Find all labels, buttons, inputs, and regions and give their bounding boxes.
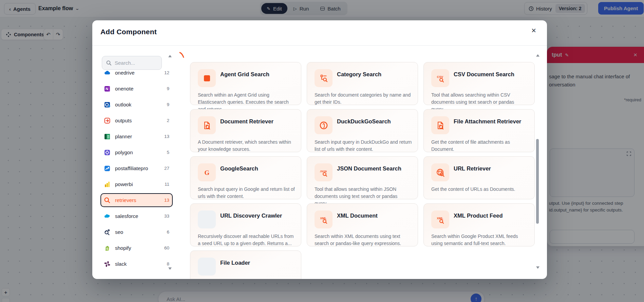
modal-close-icon[interactable]: × xyxy=(531,26,536,35)
component-card[interactable]: Document RetrieverA Document retriever, … xyxy=(190,109,301,152)
xml-search-icon: XML xyxy=(431,210,449,228)
category-label: powerbi xyxy=(115,181,133,187)
sidebar-item-onedrive[interactable]: onedrive12 xyxy=(100,70,173,81)
duckduckgo-icon xyxy=(315,116,333,134)
component-description: Recursively discover all reachable URLs … xyxy=(198,233,296,247)
category-count: 5 xyxy=(167,150,169,155)
component-title: Document Retriever xyxy=(220,118,273,125)
category-label: slack xyxy=(115,261,127,267)
grid-scroll-up-button[interactable] xyxy=(536,54,539,57)
slack-icon xyxy=(104,261,111,267)
search-icon xyxy=(106,60,112,66)
grid-scrollbar-thumb[interactable] xyxy=(536,139,539,224)
svg-text:G: G xyxy=(204,169,209,176)
component-card[interactable]: CSVCSV Document SearchTool that allows s… xyxy=(423,62,535,105)
category-count: 8 xyxy=(167,261,169,266)
component-card[interactable]: Agent Grid SearchSearch within an Agent … xyxy=(190,62,301,105)
component-card[interactable]: File Attachment RetrieverGet the content… xyxy=(423,109,535,152)
polygon-icon xyxy=(104,149,111,156)
sidebar-item-retrievers[interactable]: retrievers13 xyxy=(100,193,173,207)
sidebar-item-slack[interactable]: slack8 xyxy=(100,256,173,269)
sidebar-item-onenote[interactable]: Nonenote9 xyxy=(100,81,173,97)
sidebar-item-seo[interactable]: seo6 xyxy=(100,224,173,240)
category-label: retrievers xyxy=(115,197,136,203)
category-label: outlook xyxy=(115,102,131,107)
category-count: 13 xyxy=(164,134,169,139)
component-title: File Loader xyxy=(220,260,250,266)
sidebar-item-planner[interactable]: planner13 xyxy=(100,128,173,144)
category-label: shopify xyxy=(115,245,131,251)
category-search-icon xyxy=(315,69,333,87)
component-description: Search for document categories by name a… xyxy=(315,92,412,106)
category-count: 13 xyxy=(164,198,169,203)
category-label: outputs xyxy=(115,118,132,123)
component-card[interactable]: URL RetrieverGet the content of URLs as … xyxy=(423,156,535,199)
component-title: File Attachment Retriever xyxy=(454,118,521,125)
outputs-icon xyxy=(104,117,111,124)
category-label: salesforce xyxy=(115,213,138,219)
google-icon: G xyxy=(198,163,216,181)
sidebar-item-shopify[interactable]: Sshopify60 xyxy=(100,240,173,256)
component-description: Search within Google Product XML feeds u… xyxy=(431,233,529,247)
csv-search-icon: CSV xyxy=(431,69,449,87)
modal-title: Add Component xyxy=(100,28,157,36)
category-count: 9 xyxy=(167,86,169,91)
salesforce-icon xyxy=(104,213,111,220)
component-card[interactable]: DuckDuckGoSearchSearch input query in Du… xyxy=(307,109,418,152)
component-card[interactable]: URL Discovery CrawlerRecursively discove… xyxy=(190,203,301,246)
component-search-input[interactable]: Search... xyxy=(102,56,162,70)
component-card[interactable]: XMLXML Product FeedSearch within Google … xyxy=(423,203,535,246)
add-component-modal: Add Component × Search... onedrive12None… xyxy=(92,20,547,279)
component-title: CSV Document Search xyxy=(454,71,514,78)
sidebar-item-polygon[interactable]: polygon5 xyxy=(100,144,173,160)
category-label: polygon xyxy=(115,149,133,155)
onenote-icon: N xyxy=(104,85,111,92)
component-description: Search input query in DuckDuckGo and ret… xyxy=(315,139,412,153)
agent-grid-icon xyxy=(198,69,216,87)
search-placeholder: Search... xyxy=(115,60,135,66)
sidebar-item-outlook[interactable]: outlook9 xyxy=(100,97,173,113)
svg-text:JSON: JSON xyxy=(320,169,326,173)
sidebar-item-postaffiliatepro[interactable]: postaffiliatepro27 xyxy=(100,160,173,176)
shopify-icon: S xyxy=(104,245,111,251)
component-card[interactable]: XMLXML DocumentSearch within XML documen… xyxy=(307,203,418,246)
powerbi-icon xyxy=(104,181,111,188)
empty-icon xyxy=(198,210,216,228)
empty-icon xyxy=(198,258,216,276)
svg-text:N: N xyxy=(106,87,108,91)
component-title: JSON Document Search xyxy=(337,165,401,172)
sidebar-scroll-up-button[interactable] xyxy=(168,55,172,57)
category-count: 9 xyxy=(167,102,169,107)
component-card[interactable]: File Loader xyxy=(190,250,301,279)
category-count: 33 xyxy=(164,214,169,219)
postaffiliatepro-icon xyxy=(104,165,111,172)
component-card[interactable]: Category SearchSearch for document categ… xyxy=(307,62,418,105)
seo-icon xyxy=(104,229,111,236)
category-label: onenote xyxy=(115,86,133,92)
retrievers-icon xyxy=(104,197,111,204)
component-card[interactable]: GGoogleSearchSearch input query in Googl… xyxy=(190,156,301,199)
category-count: 12 xyxy=(164,70,169,75)
sidebar-item-outputs[interactable]: outputs2 xyxy=(100,113,173,128)
component-description: Get the content of file attachments as D… xyxy=(431,139,529,153)
sidebar-item-salesforce[interactable]: salesforce33 xyxy=(100,208,173,224)
category-label: postaffiliatepro xyxy=(115,165,148,171)
sidebar-item-powerbi[interactable]: powerbi11 xyxy=(100,176,173,192)
svg-text:S: S xyxy=(106,247,108,250)
component-title: Agent Grid Search xyxy=(220,71,269,78)
doc-search-icon xyxy=(431,116,449,134)
component-title: Category Search xyxy=(337,71,381,78)
category-count: 2 xyxy=(167,118,169,123)
category-label: seo xyxy=(115,229,123,235)
component-description: Get the content of URLs as Documents. xyxy=(431,186,529,193)
doc-search-icon xyxy=(198,116,216,134)
category-count: 27 xyxy=(164,166,169,171)
component-card[interactable]: JSONJSON Document SearchTool that allows… xyxy=(307,156,418,199)
component-title: XML Product Feed xyxy=(454,213,503,219)
grid-scroll-down-button[interactable] xyxy=(536,266,539,269)
component-title: DuckDuckGoSearch xyxy=(337,118,391,125)
category-label: onedrive xyxy=(115,70,135,76)
component-description: Search within XML documents using text s… xyxy=(315,233,412,247)
component-grid: Agent Grid SearchSearch within an Agent … xyxy=(177,46,535,279)
svg-text:XML: XML xyxy=(320,217,327,220)
